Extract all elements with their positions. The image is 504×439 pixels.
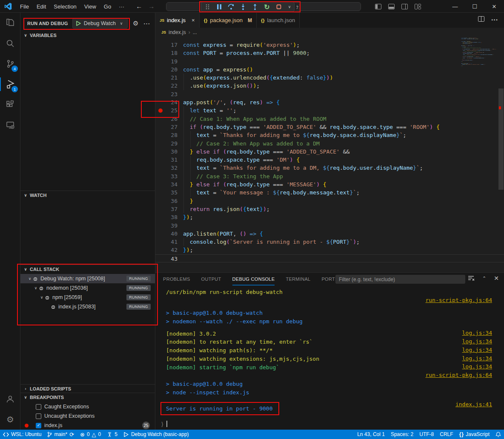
debug-gear-icon[interactable]: ⚙ <box>133 20 138 27</box>
debug-console-output[interactable]: /usr/bin/npm run-script debug-watchrun-s… <box>155 285 498 428</box>
toggle-sidebar-icon[interactable] <box>375 4 381 9</box>
stop-icon[interactable] <box>275 3 282 10</box>
section-watch[interactable]: ∨WATCH <box>20 191 155 200</box>
menu-view[interactable]: View <box>80 2 100 11</box>
toggle-panel-icon[interactable] <box>388 4 395 9</box>
call-stack-row[interactable]: ∨Debug Watch: npm [25008]RUNNING <box>20 274 155 283</box>
sidebar-item-source-control[interactable]: 4 <box>0 54 20 74</box>
tree-chevron-icon[interactable]: ∨ <box>39 295 44 299</box>
breakpoint-gutter[interactable] <box>155 156 165 164</box>
restart-icon[interactable]: ↻ <box>263 3 270 10</box>
breakpoint-gutter[interactable] <box>155 74 165 82</box>
problems-status[interactable]: ⊗ 0 △ 0 <box>77 430 104 439</box>
call-stack-row[interactable]: ∨npm [25059]RUNNING <box>20 293 155 302</box>
accounts-icon[interactable] <box>0 389 20 409</box>
breakpoint-gutter[interactable] <box>155 255 165 262</box>
call-stack-row[interactable]: ∨nodemon [25036]RUNNING <box>20 283 155 293</box>
breakpoint-gutter[interactable] <box>155 238 165 246</box>
section-breakpoints[interactable]: ∨BREAKPOINTS <box>20 393 155 402</box>
editor-more-actions-icon[interactable]: ··· <box>491 16 498 24</box>
breakpoint-gutter[interactable] <box>155 49 165 57</box>
launch-config-dropdown[interactable]: Debug Watch ∨ <box>72 18 128 29</box>
step-into-icon[interactable] <box>240 3 246 10</box>
call-stack-row[interactable]: index.js [25083]RUNNING <box>20 302 155 311</box>
debug-session-status[interactable]: Debug Watch (basic-app) <box>120 430 192 439</box>
panel-tab-output[interactable]: OUTPUT <box>201 273 221 285</box>
notifications-bell-icon[interactable] <box>493 430 504 439</box>
cursor-position[interactable]: Ln 43, Col 1 <box>354 430 388 439</box>
breakpoint-gutter[interactable] <box>155 82 165 90</box>
menu-file[interactable]: File <box>16 2 33 11</box>
breakpoint-gutter[interactable] <box>155 106 165 114</box>
tab-package-json[interactable]: {} package.json M <box>200 13 257 28</box>
menu-[interactable]: ··· <box>115 2 128 11</box>
source-location-link[interactable]: log.js:34 <box>462 363 492 370</box>
step-out-icon[interactable] <box>252 3 258 10</box>
breakpoint-checkbox[interactable] <box>36 404 41 410</box>
breakpoint-dot[interactable] <box>158 108 163 113</box>
nav-back-icon[interactable]: ← <box>136 3 142 10</box>
toolbar-drag-grip-icon[interactable] <box>204 3 211 10</box>
breakpoint-gutter[interactable] <box>155 140 165 148</box>
git-branch-status[interactable]: main* ⟳ <box>44 430 77 439</box>
menu-selection[interactable]: Selection <box>50 2 80 11</box>
section-variables[interactable]: ∨VARIABLES <box>20 31 155 40</box>
section-loaded-scripts[interactable]: ›LOADED SCRIPTS <box>20 384 155 393</box>
breakpoint-checkbox[interactable] <box>36 413 41 419</box>
source-location-link[interactable]: log.js:34 <box>462 347 492 353</box>
breakpoint-gutter[interactable] <box>155 205 165 213</box>
breakpoint-gutter[interactable] <box>155 172 165 180</box>
tree-chevron-icon[interactable]: ∨ <box>27 277 32 281</box>
source-location-link[interactable]: run-script-pkg.js:64 <box>425 297 492 303</box>
remote-indicator[interactable]: WSL: Ubuntu <box>0 430 44 439</box>
minimize-button[interactable]: — <box>445 0 465 13</box>
breakpoint-row[interactable]: index.js25 <box>20 421 155 430</box>
source-location-link[interactable]: log.js:34 <box>462 338 492 345</box>
maximize-button[interactable]: ☐ <box>465 0 484 13</box>
breakpoint-row[interactable]: Caught Exceptions <box>20 402 155 411</box>
indentation-setting[interactable]: Spaces: 2 <box>388 430 416 439</box>
tab-index-js[interactable]: JS index.js × <box>155 13 200 28</box>
tab-launch-json[interactable]: {} launch.json <box>257 13 300 28</box>
breakpoint-checkbox[interactable] <box>36 423 41 428</box>
encoding-setting[interactable]: UTF-8 <box>416 430 437 439</box>
breakpoint-gutter[interactable] <box>155 98 165 106</box>
sidebar-item-explorer[interactable] <box>0 13 20 33</box>
sidebar-item-remote-explorer[interactable] <box>0 115 20 135</box>
panel-tab-problems[interactable]: PROBLEMS <box>163 273 190 285</box>
breakpoint-gutter[interactable] <box>155 115 165 123</box>
breakpoint-gutter[interactable] <box>155 230 165 238</box>
stop-dropdown-chevron-icon[interactable]: ∨ <box>287 3 292 10</box>
settings-gear-icon[interactable]: ⚙ <box>0 409 20 430</box>
breakpoint-gutter[interactable] <box>155 180 165 188</box>
source-location-link[interactable]: log.js:34 <box>462 355 492 362</box>
breakpoint-gutter[interactable] <box>155 197 165 205</box>
toggle-secondary-sidebar-icon[interactable] <box>401 4 408 9</box>
editor-scrollbar[interactable] <box>498 37 504 272</box>
customize-layout-icon[interactable] <box>415 4 421 9</box>
sidebar-item-run-and-debug[interactable]: 1 <box>0 74 20 94</box>
panel-tab-debug-console[interactable]: DEBUG CONSOLE <box>232 273 275 285</box>
sidebar-item-extensions[interactable] <box>0 94 20 115</box>
tree-chevron-icon[interactable]: ∨ <box>33 286 38 290</box>
debug-views-more-icon[interactable]: ··· <box>143 20 150 27</box>
menu-edit[interactable]: Edit <box>33 2 50 11</box>
nav-forward-icon[interactable]: → <box>148 3 155 10</box>
debug-console-filter-input[interactable]: Filter (e.g. text, !exclude) <box>335 275 465 284</box>
breakpoint-gutter[interactable] <box>155 148 165 156</box>
forwarded-ports-status[interactable]: 5 <box>104 430 120 439</box>
breakpoint-gutter[interactable] <box>155 246 165 254</box>
scrollbar-thumb[interactable] <box>498 88 504 190</box>
language-mode[interactable]: { } JavaScript <box>456 430 493 439</box>
breakpoint-gutter[interactable] <box>155 188 165 197</box>
source-location-link[interactable]: run-script-pkg.js:64 <box>425 372 492 378</box>
breakpoint-gutter[interactable] <box>155 131 165 139</box>
code-editor[interactable]: 17const express = require('express');18c… <box>155 37 504 272</box>
breakpoint-gutter[interactable] <box>155 123 165 131</box>
panel-tab-terminal[interactable]: TERMINAL <box>286 273 310 285</box>
breakpoint-gutter[interactable] <box>155 41 165 49</box>
source-location-link[interactable]: log.js:34 <box>462 330 492 336</box>
split-editor-icon[interactable] <box>478 16 484 24</box>
close-button[interactable]: ✕ <box>484 0 504 13</box>
breakpoint-gutter[interactable] <box>155 66 165 74</box>
